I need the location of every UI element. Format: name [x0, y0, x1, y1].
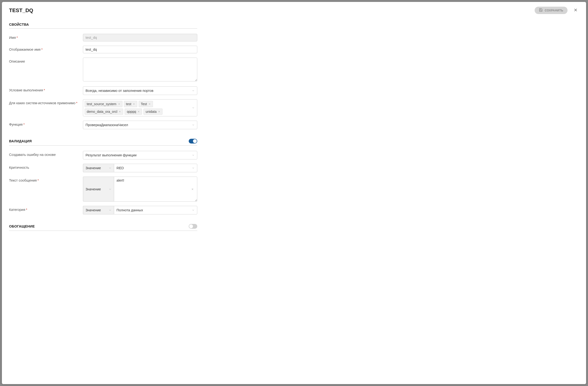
- source-system-tag: Test: [139, 101, 153, 107]
- field-control-error-basis: Результат выполнения функции: [83, 151, 197, 159]
- required-marker: *: [76, 101, 77, 105]
- field-function: Функция* ПроверкаДиапазонаЧисел: [9, 121, 197, 129]
- function-select[interactable]: ПроверкаДиапазонаЧисел: [83, 121, 197, 129]
- close-icon: [137, 110, 140, 113]
- tag-remove-button[interactable]: [148, 103, 151, 105]
- field-display-name: Отображаемое имя*: [9, 46, 197, 53]
- field-control-name: [83, 34, 197, 41]
- field-name: Имя*: [9, 34, 197, 41]
- name-input: [83, 34, 197, 41]
- close-icon: [148, 103, 151, 105]
- tag-remove-button[interactable]: [118, 103, 120, 105]
- tag-remove-button[interactable]: [137, 110, 140, 113]
- field-control-criticality: Значение RED: [83, 164, 197, 172]
- field-label-source-systems: Для каких систем-источников применимо*: [9, 99, 80, 105]
- field-category: Категория* Значение Полнота данных: [9, 206, 197, 214]
- source-system-tag: unidata: [144, 109, 163, 115]
- field-source-systems: Для каких систем-источников применимо* t…: [9, 99, 197, 116]
- page-content: TEST_DQ СОХРАНИТЬ: [2, 2, 586, 241]
- field-control-run-condition: Всегда, независимо от заполнения портов: [83, 86, 197, 95]
- category-type-value: Значение: [85, 208, 107, 212]
- chevron-down-icon: [109, 167, 111, 170]
- error-basis-select[interactable]: Результат выполнения функции: [83, 151, 197, 159]
- category-type-select[interactable]: Значение: [83, 206, 114, 214]
- field-label-function: Функция*: [9, 121, 80, 127]
- close-icon: [158, 110, 160, 113]
- criticality-value-text: RED: [117, 166, 190, 170]
- tag-label: test: [126, 102, 131, 106]
- close-icon: [133, 103, 135, 105]
- field-control-source-systems: test_source_systemtestTestdemo_data_ora_…: [83, 99, 197, 116]
- category-value-text: Полнота данных: [117, 208, 190, 212]
- section-header-enrichment: ОБОГАЩЕНИЕ: [9, 224, 197, 231]
- required-marker: *: [17, 36, 18, 39]
- chevron-down-icon: [192, 167, 195, 170]
- message-type-select[interactable]: Значение: [83, 176, 114, 202]
- criticality-value-select[interactable]: RED: [114, 164, 197, 172]
- field-error-basis: Создавать ошибку на основе Результат вып…: [9, 151, 197, 159]
- field-label-message-text: Текст сообщения*: [9, 176, 80, 183]
- close-icon: [119, 110, 121, 113]
- source-system-tag: demo_data_ora_orcl: [84, 109, 123, 115]
- source-systems-tagbox[interactable]: test_source_systemtestTestdemo_data_ora_…: [83, 99, 197, 116]
- chevron-down-icon: [192, 209, 195, 212]
- field-criticality: Критичность Значение RED: [9, 164, 197, 172]
- field-label-criticality: Критичность: [9, 164, 80, 170]
- tag-label: test_source_system: [87, 102, 117, 106]
- source-system-tag: qqqqq: [125, 109, 142, 115]
- close-icon: [573, 10, 578, 13]
- validation-toggle[interactable]: [189, 139, 197, 143]
- tag-label: demo_data_ora_orcl: [87, 110, 117, 114]
- field-label-run-condition: Условие выполнения*: [9, 86, 80, 93]
- save-button[interactable]: СОХРАНИТЬ: [535, 7, 567, 14]
- section-header-validation: ВАЛИДАЦИЯ: [9, 139, 197, 146]
- required-marker: *: [37, 178, 39, 182]
- save-button-label: СОХРАНИТЬ: [545, 9, 563, 12]
- function-value: ПроверкаДиапазонаЧисел: [85, 123, 190, 127]
- criticality-type-select[interactable]: Значение: [83, 164, 114, 172]
- chevron-down-icon: [109, 209, 111, 212]
- clear-message-button[interactable]: [191, 188, 194, 191]
- header-actions: СОХРАНИТЬ: [535, 7, 579, 14]
- description-textarea[interactable]: [83, 58, 197, 81]
- required-marker: *: [23, 123, 25, 126]
- save-icon: [539, 8, 543, 13]
- run-condition-select[interactable]: Всегда, независимо от заполнения портов: [83, 86, 197, 95]
- form-area: СВОЙСТВА Имя* Отображаемое имя*: [9, 23, 197, 231]
- tag-label: qqqqq: [127, 110, 136, 114]
- field-control-display-name: [83, 46, 197, 53]
- tag-remove-button[interactable]: [119, 110, 121, 113]
- message-type-value: Значение: [85, 187, 107, 191]
- chevron-down-icon: [109, 188, 111, 191]
- enrichment-toggle[interactable]: [189, 224, 197, 229]
- header-row: TEST_DQ СОХРАНИТЬ: [9, 7, 579, 14]
- field-control-category: Значение Полнота данных: [83, 206, 197, 214]
- close-button[interactable]: [572, 7, 579, 14]
- required-marker: *: [26, 208, 27, 212]
- source-system-tag: test_source_system: [84, 101, 123, 107]
- error-basis-value: Результат выполнения функции: [85, 153, 190, 157]
- message-text-wrapper: [114, 176, 197, 202]
- source-system-tag: test: [124, 101, 137, 107]
- toggle-knob: [193, 139, 197, 143]
- close-icon: [191, 188, 194, 191]
- tag-remove-button[interactable]: [158, 110, 160, 113]
- page-wrapper: TEST_DQ СОХРАНИТЬ: [2, 2, 586, 384]
- field-description: Описание: [9, 58, 197, 82]
- display-name-input[interactable]: [83, 46, 197, 53]
- field-message-text: Текст сообщения* Значение: [9, 176, 197, 202]
- chevron-down-icon: [192, 123, 195, 126]
- category-value-select[interactable]: Полнота данных: [114, 206, 197, 214]
- section-title-enrichment: ОБОГАЩЕНИЕ: [9, 224, 35, 228]
- field-control-message-text: Значение: [83, 176, 197, 202]
- message-text-textarea[interactable]: [114, 176, 197, 202]
- field-label-name: Имя*: [9, 34, 80, 40]
- chevron-down-icon: [192, 154, 195, 156]
- field-label-display-name: Отображаемое имя*: [9, 46, 80, 52]
- chevron-down-icon: [192, 89, 195, 92]
- field-control-description: [83, 58, 197, 82]
- tag-remove-button[interactable]: [133, 103, 135, 105]
- section-title-properties: СВОЙСТВА: [9, 23, 29, 26]
- field-run-condition: Условие выполнения* Всегда, независимо о…: [9, 86, 197, 95]
- section-header-properties: СВОЙСТВА: [9, 23, 197, 29]
